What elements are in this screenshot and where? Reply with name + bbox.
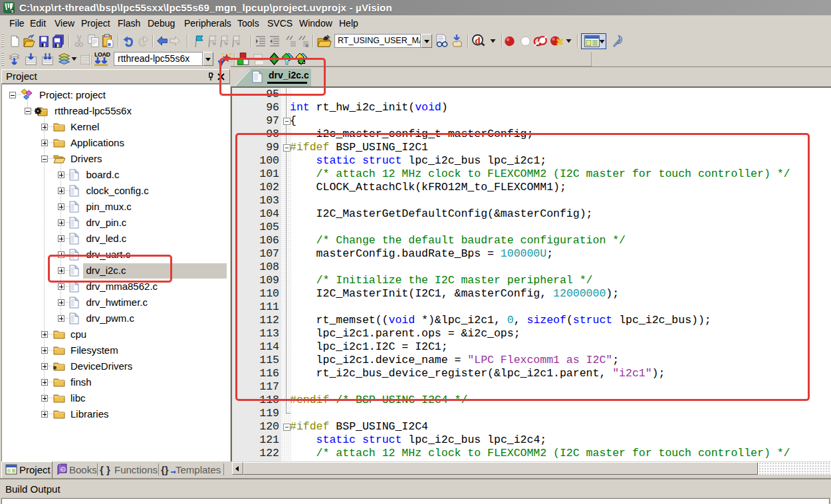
svg-text:s: s xyxy=(11,9,14,13)
svg-text:d: d xyxy=(475,35,481,46)
svg-text:?: ? xyxy=(62,467,65,473)
